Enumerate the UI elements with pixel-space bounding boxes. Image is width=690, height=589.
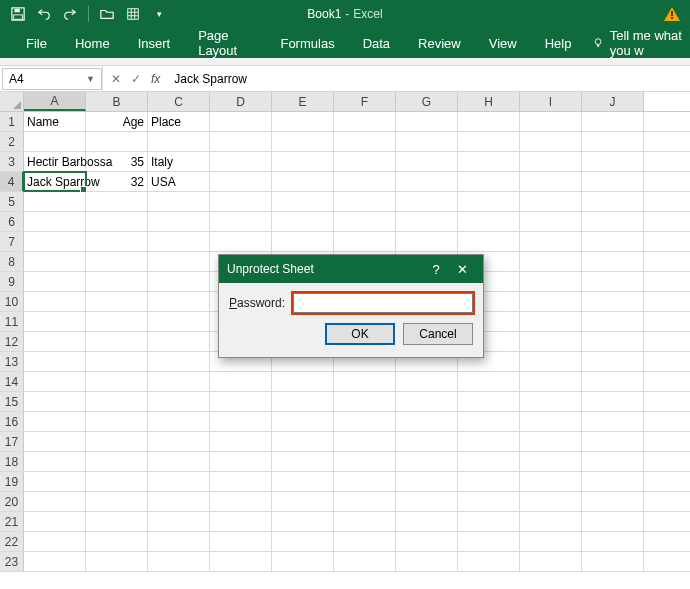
cell[interactable] <box>24 312 86 331</box>
cell[interactable] <box>582 452 644 471</box>
cell[interactable] <box>210 232 272 251</box>
cell[interactable] <box>24 392 86 411</box>
column-header[interactable]: C <box>148 92 210 111</box>
ok-button[interactable]: OK <box>325 323 395 345</box>
name-box-dropdown-icon[interactable]: ▼ <box>86 74 95 84</box>
cell[interactable] <box>24 412 86 431</box>
cell[interactable] <box>24 132 86 151</box>
cell[interactable] <box>148 392 210 411</box>
open-icon[interactable] <box>99 6 115 22</box>
cell[interactable] <box>520 492 582 511</box>
cell[interactable]: Italy <box>148 152 210 171</box>
cell[interactable] <box>334 172 396 191</box>
cell[interactable] <box>272 172 334 191</box>
cell[interactable] <box>24 492 86 511</box>
qat-customize-icon[interactable]: ▾ <box>151 6 167 22</box>
row-header[interactable]: 11 <box>0 312 24 331</box>
cell[interactable] <box>24 332 86 351</box>
cell[interactable] <box>396 132 458 151</box>
cell[interactable]: 35 <box>86 152 148 171</box>
name-box[interactable]: A4 ▼ <box>2 68 102 90</box>
cancel-formula-icon[interactable]: ✕ <box>111 72 121 86</box>
cell[interactable]: Age <box>86 112 148 131</box>
cell[interactable] <box>86 392 148 411</box>
column-header[interactable]: H <box>458 92 520 111</box>
cell[interactable] <box>272 412 334 431</box>
row-header[interactable]: 20 <box>0 492 24 511</box>
cell[interactable] <box>24 552 86 571</box>
cell[interactable] <box>210 432 272 451</box>
cell[interactable] <box>86 212 148 231</box>
cell[interactable] <box>458 472 520 491</box>
row-header[interactable]: 5 <box>0 192 24 211</box>
row-header[interactable]: 21 <box>0 512 24 531</box>
cell[interactable] <box>334 492 396 511</box>
cell[interactable] <box>582 152 644 171</box>
cell[interactable] <box>582 172 644 191</box>
row-header[interactable]: 15 <box>0 392 24 411</box>
cell[interactable] <box>582 372 644 391</box>
cell[interactable] <box>148 292 210 311</box>
cell[interactable] <box>24 272 86 291</box>
cell[interactable] <box>582 472 644 491</box>
cell[interactable] <box>24 232 86 251</box>
column-header[interactable]: D <box>210 92 272 111</box>
cell[interactable] <box>582 192 644 211</box>
cell[interactable] <box>86 132 148 151</box>
cell[interactable] <box>24 372 86 391</box>
tab-file[interactable]: File <box>12 28 61 58</box>
cell[interactable] <box>458 412 520 431</box>
warning-icon[interactable] <box>664 7 680 21</box>
cell[interactable] <box>458 212 520 231</box>
cell[interactable] <box>458 132 520 151</box>
cell[interactable] <box>396 112 458 131</box>
cell[interactable] <box>24 452 86 471</box>
cell[interactable] <box>520 272 582 291</box>
cell[interactable] <box>396 472 458 491</box>
cell[interactable] <box>148 492 210 511</box>
cell[interactable] <box>458 172 520 191</box>
cell[interactable]: Jack Sparrow <box>24 172 86 191</box>
cell[interactable]: Hectir Barbossa <box>24 152 86 171</box>
cell[interactable] <box>272 392 334 411</box>
cell[interactable] <box>86 472 148 491</box>
cell[interactable] <box>86 332 148 351</box>
row-header[interactable]: 7 <box>0 232 24 251</box>
cell[interactable] <box>396 392 458 411</box>
cell[interactable] <box>582 412 644 431</box>
cell[interactable] <box>520 412 582 431</box>
cell[interactable] <box>86 372 148 391</box>
cell[interactable] <box>520 532 582 551</box>
row-header[interactable]: 16 <box>0 412 24 431</box>
cell[interactable] <box>24 192 86 211</box>
cell[interactable] <box>272 512 334 531</box>
cell[interactable] <box>148 232 210 251</box>
cell[interactable] <box>148 512 210 531</box>
cell[interactable] <box>334 472 396 491</box>
cell[interactable] <box>396 412 458 431</box>
cell[interactable] <box>582 492 644 511</box>
cell[interactable] <box>396 172 458 191</box>
cell[interactable] <box>334 552 396 571</box>
formula-bar[interactable] <box>168 68 690 90</box>
cell[interactable] <box>86 432 148 451</box>
row-header[interactable]: 13 <box>0 352 24 371</box>
cell[interactable] <box>334 412 396 431</box>
cell[interactable] <box>210 372 272 391</box>
cell[interactable] <box>396 452 458 471</box>
row-header[interactable]: 3 <box>0 152 24 171</box>
cell[interactable] <box>210 212 272 231</box>
cell[interactable] <box>148 252 210 271</box>
tab-help[interactable]: Help <box>531 28 586 58</box>
row-header[interactable]: 12 <box>0 332 24 351</box>
cell[interactable] <box>334 452 396 471</box>
cell[interactable] <box>210 192 272 211</box>
cell[interactable] <box>520 112 582 131</box>
cell[interactable] <box>86 512 148 531</box>
cell[interactable] <box>458 192 520 211</box>
cell[interactable] <box>582 272 644 291</box>
cell[interactable] <box>458 492 520 511</box>
cell[interactable] <box>334 372 396 391</box>
row-header[interactable]: 9 <box>0 272 24 291</box>
cell[interactable] <box>272 192 334 211</box>
